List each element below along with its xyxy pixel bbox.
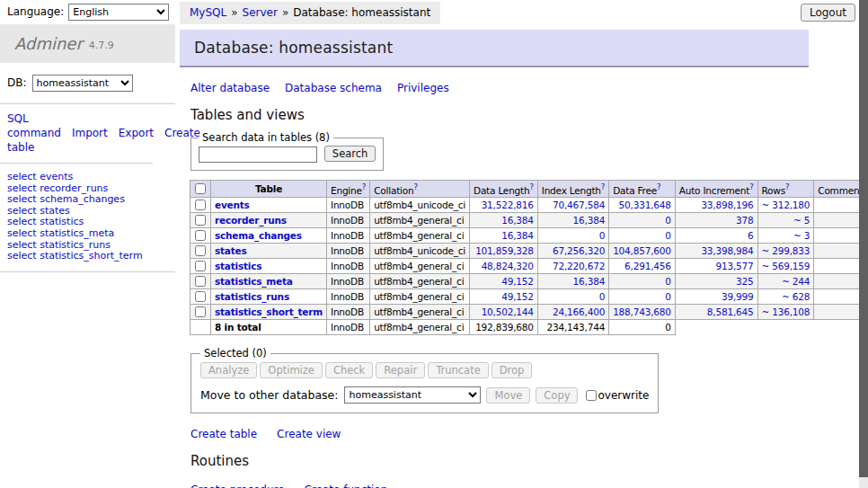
cell-auto-increment-link[interactable]: 33,898,196 bbox=[701, 200, 753, 210]
sidebar-link-sql-command[interactable]: SQL command bbox=[7, 112, 61, 139]
cell-data-free-link[interactable]: 50,331,648 bbox=[619, 200, 671, 210]
cell-data-length-link[interactable]: 48,824,320 bbox=[482, 261, 534, 271]
cell-data-free-link[interactable]: 0 bbox=[665, 276, 670, 287]
sidebar-link-import[interactable]: Import bbox=[72, 127, 108, 139]
link-create-table[interactable]: Create table bbox=[190, 428, 257, 440]
cell-index-length-link[interactable]: 67,256,320 bbox=[553, 245, 605, 256]
overwrite-checkbox[interactable] bbox=[586, 390, 597, 401]
cell-data-free-link[interactable]: 104,857,600 bbox=[613, 245, 671, 256]
cell-data-free-link[interactable]: 6,291,456 bbox=[624, 261, 671, 271]
copy-button[interactable]: Copy bbox=[536, 387, 578, 404]
table-name-link[interactable]: recorder_runs bbox=[215, 215, 287, 226]
cell-index-length-link[interactable]: 0 bbox=[599, 230, 605, 241]
table-name-link[interactable]: statistics bbox=[215, 261, 261, 271]
scrollbar-thumb[interactable] bbox=[859, 0, 868, 477]
cell-data-free-link[interactable]: 0 bbox=[665, 291, 670, 302]
row-checkbox[interactable] bbox=[195, 291, 206, 302]
cell-rows-link[interactable]: ~ 3 bbox=[793, 230, 810, 241]
table-name-link[interactable]: statistics_short_term bbox=[215, 306, 323, 317]
cell-data-length-link[interactable]: 49,152 bbox=[501, 276, 534, 287]
cell-rows-link[interactable]: ~ 299,833 bbox=[762, 245, 810, 256]
cell-auto-increment-link[interactable]: 325 bbox=[736, 276, 753, 287]
column-help-link[interactable]: ? bbox=[785, 182, 789, 191]
page-scrollbar[interactable] bbox=[859, 0, 868, 488]
move-button[interactable]: Move bbox=[486, 387, 530, 404]
db-select[interactable]: homeassistant bbox=[32, 75, 133, 92]
column-header-collation: Collation? bbox=[370, 180, 470, 198]
drop-button[interactable]: Drop bbox=[492, 362, 533, 378]
table-name-link[interactable]: schema_changes bbox=[215, 230, 302, 241]
column-help-link[interactable]: ? bbox=[601, 182, 605, 191]
column-help-link[interactable]: ? bbox=[362, 182, 366, 191]
cell-data-length-link[interactable]: 10,502,144 bbox=[482, 306, 534, 317]
search-button[interactable]: Search bbox=[324, 146, 376, 162]
search-input[interactable] bbox=[199, 146, 317, 163]
cell-index-length-link[interactable]: 16,384 bbox=[573, 276, 606, 287]
table-name-link[interactable]: states bbox=[215, 245, 247, 256]
cell-rows-link[interactable]: ~ 312,180 bbox=[762, 200, 810, 210]
link-create-function[interactable]: Create function bbox=[305, 484, 388, 488]
cell-index-length-link[interactable]: 0 bbox=[599, 291, 605, 302]
action-link-database-schema[interactable]: Database schema bbox=[285, 82, 382, 94]
truncate-button[interactable]: Truncate bbox=[428, 362, 489, 378]
cell-data-free-link[interactable]: 0 bbox=[665, 230, 670, 241]
cell-auto-increment-link[interactable]: 39,999 bbox=[722, 291, 754, 302]
cell-data-length-link[interactable]: 16,384 bbox=[501, 230, 534, 241]
analyze-button[interactable]: Analyze bbox=[200, 362, 257, 378]
row-checkbox[interactable] bbox=[195, 276, 206, 287]
column-help-link[interactable]: ? bbox=[529, 182, 533, 191]
cell-auto-increment-link[interactable]: 6 bbox=[748, 230, 753, 241]
table-name-link[interactable]: statistics_meta bbox=[215, 276, 293, 287]
cell-rows-link[interactable]: ~ 5 bbox=[793, 215, 810, 226]
sidebar-link-export[interactable]: Export bbox=[119, 127, 154, 139]
select-all-checkbox[interactable] bbox=[195, 183, 206, 194]
check-button[interactable]: Check bbox=[325, 362, 373, 378]
cell-rows-link[interactable]: ~ 244 bbox=[782, 276, 810, 287]
cell-data-length-link[interactable]: 31,522,816 bbox=[482, 200, 534, 210]
table-name-link[interactable]: statistics_runs bbox=[215, 291, 289, 302]
move-db-select[interactable]: homeassistant bbox=[344, 386, 481, 404]
routines-section-title: Routines bbox=[190, 453, 859, 469]
row-checkbox[interactable] bbox=[195, 261, 206, 271]
sidebar-item-select-statistics-short-term[interactable]: select statistics_short_term bbox=[7, 251, 168, 262]
cell-data-free-link[interactable]: 0 bbox=[665, 215, 670, 226]
cell-index-length-link[interactable]: 16,384 bbox=[573, 215, 606, 226]
sidebar-item-select-statistics-meta[interactable]: select statistics_meta bbox=[7, 228, 168, 240]
cell-rows-link[interactable]: ~ 628 bbox=[782, 291, 810, 302]
cell-auto-increment: 33,898,196 bbox=[675, 198, 757, 213]
action-link-alter-database[interactable]: Alter database bbox=[190, 82, 270, 94]
cell-rows-link[interactable]: ~ 136,108 bbox=[762, 306, 810, 317]
cell-data-length-link[interactable]: 49,152 bbox=[501, 291, 534, 302]
sidebar-item-select-events[interactable]: select events bbox=[7, 172, 168, 183]
optimize-button[interactable]: Optimize bbox=[260, 362, 323, 378]
cell-index-length-link[interactable]: 24,166,400 bbox=[553, 306, 605, 317]
sidebar-item-select-schema-changes[interactable]: select schema_changes bbox=[7, 194, 168, 206]
row-checkbox[interactable] bbox=[195, 306, 206, 317]
cell-index-length-link[interactable]: 72,220,672 bbox=[553, 261, 605, 271]
cell-data-length-link[interactable]: 101,859,328 bbox=[475, 245, 534, 256]
language-select[interactable]: English bbox=[68, 4, 169, 21]
column-help-link[interactable]: ? bbox=[413, 182, 417, 191]
repair-button[interactable]: Repair bbox=[376, 362, 425, 378]
cell-index-length-link[interactable]: 70,467,584 bbox=[553, 200, 605, 210]
column-help-link[interactable]: ? bbox=[749, 182, 753, 191]
breadcrumb-link-mysql[interactable]: MySQL bbox=[190, 6, 226, 19]
column-help-link[interactable]: ? bbox=[657, 182, 660, 191]
cell-auto-increment-link[interactable]: 33,398,984 bbox=[701, 245, 753, 256]
cell-data-length-link[interactable]: 16,384 bbox=[501, 215, 534, 226]
table-name-link[interactable]: events bbox=[215, 200, 250, 210]
cell-auto-increment-link[interactable]: 913,577 bbox=[715, 261, 753, 271]
breadcrumb-link-server[interactable]: Server bbox=[243, 6, 278, 19]
link-create-procedure[interactable]: Create procedure bbox=[190, 484, 285, 488]
row-checkbox[interactable] bbox=[195, 200, 206, 210]
link-create-view[interactable]: Create view bbox=[277, 428, 341, 440]
cell-table-name: states bbox=[211, 244, 327, 259]
row-checkbox[interactable] bbox=[195, 230, 206, 241]
cell-rows-link[interactable]: ~ 569,159 bbox=[762, 261, 810, 271]
cell-auto-increment-link[interactable]: 8,581,645 bbox=[707, 306, 754, 317]
cell-auto-increment-link[interactable]: 378 bbox=[736, 215, 753, 226]
row-checkbox[interactable] bbox=[195, 245, 206, 256]
cell-data-free-link[interactable]: 188,743,680 bbox=[613, 306, 671, 317]
row-checkbox[interactable] bbox=[195, 215, 206, 226]
action-link-privileges[interactable]: Privileges bbox=[397, 82, 449, 94]
